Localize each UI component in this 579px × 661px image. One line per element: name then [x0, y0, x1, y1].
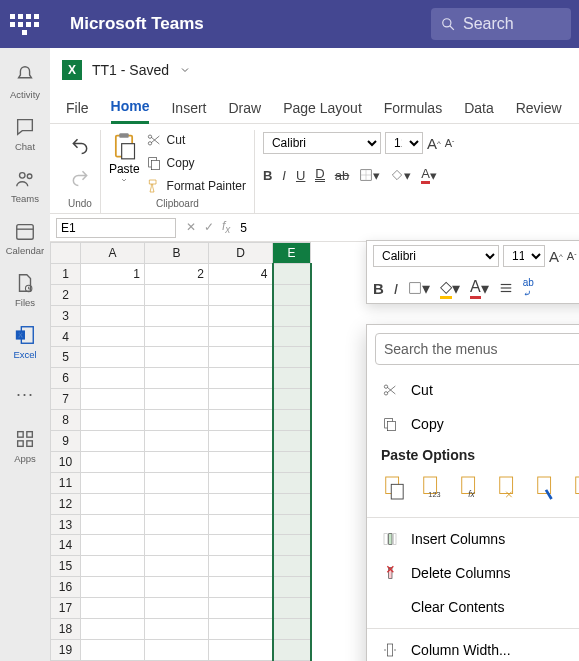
- cell-D14[interactable]: [209, 535, 273, 556]
- tab-insert[interactable]: Insert: [171, 92, 206, 124]
- cell-A5[interactable]: [81, 347, 145, 368]
- ctx-copy[interactable]: Copy: [367, 407, 579, 441]
- cell-A9[interactable]: [81, 431, 145, 452]
- rail-chat[interactable]: Chat: [0, 110, 50, 158]
- cell-E17[interactable]: [273, 598, 311, 619]
- cell-E2[interactable]: [273, 284, 311, 305]
- ctx-search[interactable]: Search the menus: [375, 333, 579, 365]
- cell-B15[interactable]: [145, 556, 209, 577]
- cell-A12[interactable]: [81, 493, 145, 514]
- cell-E8[interactable]: [273, 410, 311, 431]
- tab-home[interactable]: Home: [111, 92, 150, 124]
- cell-D19[interactable]: [209, 639, 273, 660]
- redo-icon[interactable]: [70, 168, 90, 188]
- cell-A6[interactable]: [81, 368, 145, 389]
- cell-D2[interactable]: [209, 284, 273, 305]
- cell-E18[interactable]: [273, 619, 311, 640]
- cell-B17[interactable]: [145, 598, 209, 619]
- paste-opt-default[interactable]: [381, 473, 407, 503]
- row-header-16[interactable]: 16: [51, 577, 81, 598]
- row-header-14[interactable]: 14: [51, 535, 81, 556]
- double-underline-button[interactable]: D: [315, 169, 324, 182]
- tab-file[interactable]: File: [66, 92, 89, 124]
- cell-A13[interactable]: [81, 514, 145, 535]
- file-name[interactable]: TT1 - Saved: [92, 62, 169, 78]
- mini-font-color[interactable]: A▾: [470, 278, 489, 299]
- cell-B7[interactable]: [145, 389, 209, 410]
- cell-A3[interactable]: [81, 305, 145, 326]
- cut-button[interactable]: Cut: [146, 130, 246, 150]
- cell-A7[interactable]: [81, 389, 145, 410]
- cell-E12[interactable]: [273, 493, 311, 514]
- cell-A16[interactable]: [81, 577, 145, 598]
- paste-opt-formatting[interactable]: [533, 473, 559, 503]
- cell-B9[interactable]: [145, 431, 209, 452]
- rail-files[interactable]: Files: [0, 266, 50, 314]
- cell-D11[interactable]: [209, 472, 273, 493]
- cell-A1[interactable]: 1: [81, 263, 145, 284]
- mini-font-select[interactable]: Calibri: [373, 245, 499, 267]
- cell-A8[interactable]: [81, 410, 145, 431]
- cell-E9[interactable]: [273, 431, 311, 452]
- cell-B18[interactable]: [145, 619, 209, 640]
- undo-icon[interactable]: [70, 136, 90, 156]
- paste-button[interactable]: Paste: [109, 130, 140, 184]
- row-header-11[interactable]: 11: [51, 472, 81, 493]
- cell-D16[interactable]: [209, 577, 273, 598]
- cell-E11[interactable]: [273, 472, 311, 493]
- cell-D1[interactable]: 4: [209, 263, 273, 284]
- fx-icon[interactable]: fx: [222, 219, 230, 235]
- format-painter-button[interactable]: Format Painter: [146, 176, 246, 196]
- cell-E1[interactable]: [273, 263, 311, 284]
- cell-A14[interactable]: [81, 535, 145, 556]
- cell-B4[interactable]: [145, 326, 209, 347]
- tab-page-layout[interactable]: Page Layout: [283, 92, 362, 124]
- cell-A2[interactable]: [81, 284, 145, 305]
- col-header-B[interactable]: B: [145, 243, 209, 264]
- cell-A18[interactable]: [81, 619, 145, 640]
- cell-E3[interactable]: [273, 305, 311, 326]
- search-box[interactable]: Search: [431, 8, 571, 40]
- cell-A11[interactable]: [81, 472, 145, 493]
- font-color-button[interactable]: A▾: [421, 166, 437, 184]
- cell-D18[interactable]: [209, 619, 273, 640]
- cell-D4[interactable]: [209, 326, 273, 347]
- cell-B14[interactable]: [145, 535, 209, 556]
- cell-D17[interactable]: [209, 598, 273, 619]
- cell-B6[interactable]: [145, 368, 209, 389]
- col-header-E[interactable]: E: [273, 243, 311, 264]
- cell-D7[interactable]: [209, 389, 273, 410]
- cell-B12[interactable]: [145, 493, 209, 514]
- bold-button[interactable]: B: [263, 168, 272, 183]
- cell-E5[interactable]: [273, 347, 311, 368]
- mini-wrap[interactable]: ab⤶: [523, 277, 534, 299]
- col-header-A[interactable]: A: [81, 243, 145, 264]
- rail-excel[interactable]: X Excel: [0, 318, 50, 366]
- mini-align[interactable]: [499, 281, 513, 295]
- copy-button[interactable]: Copy: [146, 153, 246, 173]
- paste-opt-transpose[interactable]: [495, 473, 521, 503]
- cell-A15[interactable]: [81, 556, 145, 577]
- row-header-17[interactable]: 17: [51, 598, 81, 619]
- cell-E13[interactable]: [273, 514, 311, 535]
- cell-A10[interactable]: [81, 451, 145, 472]
- cell-B2[interactable]: [145, 284, 209, 305]
- row-header-7[interactable]: 7: [51, 389, 81, 410]
- accept-formula-icon[interactable]: ✓: [204, 220, 214, 234]
- cell-D6[interactable]: [209, 368, 273, 389]
- paste-opt-formulas[interactable]: fx: [457, 473, 483, 503]
- cell-E10[interactable]: [273, 451, 311, 472]
- cell-B5[interactable]: [145, 347, 209, 368]
- row-header-13[interactable]: 13: [51, 514, 81, 535]
- tab-data[interactable]: Data: [464, 92, 494, 124]
- strike-button[interactable]: ab: [335, 168, 349, 183]
- cell-B1[interactable]: 2: [145, 263, 209, 284]
- rail-activity[interactable]: Activity: [0, 58, 50, 106]
- spreadsheet-grid[interactable]: ABDE11242345678910111213141516171819: [50, 242, 312, 661]
- chevron-down-icon[interactable]: [179, 64, 191, 76]
- row-header-2[interactable]: 2: [51, 284, 81, 305]
- row-header-18[interactable]: 18: [51, 619, 81, 640]
- cell-D12[interactable]: [209, 493, 273, 514]
- row-header-9[interactable]: 9: [51, 431, 81, 452]
- row-header-5[interactable]: 5: [51, 347, 81, 368]
